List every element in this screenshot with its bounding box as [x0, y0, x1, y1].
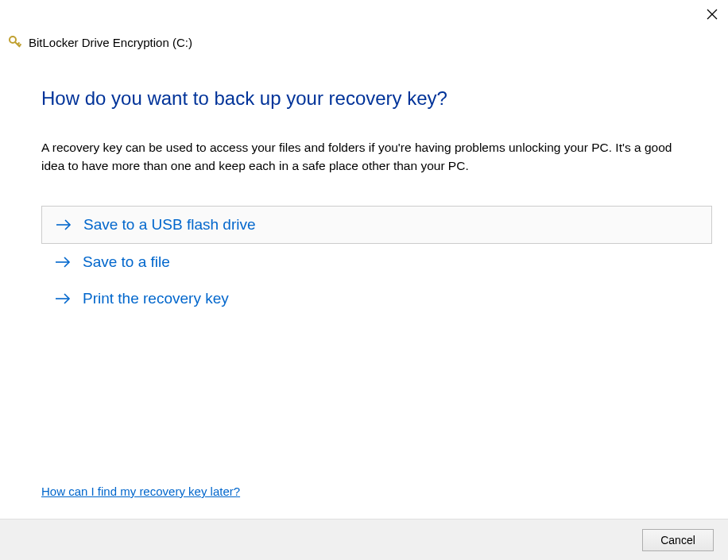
footer-bar: Cancel [0, 519, 728, 560]
arrow-right-icon [54, 253, 72, 271]
arrow-right-icon [54, 290, 72, 307]
close-icon [707, 9, 718, 20]
window-title: BitLocker Drive Encryption (C:) [29, 36, 192, 49]
svg-line-5 [19, 44, 21, 47]
content-area: How do you want to back up your recovery… [41, 87, 712, 317]
cancel-button[interactable]: Cancel [642, 529, 714, 551]
svg-line-4 [17, 43, 20, 45]
close-button[interactable] [703, 5, 722, 24]
option-label: Print the recovery key [83, 290, 229, 307]
page-heading: How do you want to back up your recovery… [41, 87, 712, 110]
option-label: Save to a file [83, 253, 170, 271]
option-save-file[interactable]: Save to a file [41, 244, 712, 280]
bitlocker-key-icon [8, 35, 22, 49]
option-print[interactable]: Print the recovery key [41, 280, 712, 317]
window-header: BitLocker Drive Encryption (C:) [8, 35, 192, 49]
help-link[interactable]: How can I find my recovery key later? [41, 485, 240, 498]
options-list: Save to a USB flash drive Save to a file… [41, 206, 712, 317]
option-save-usb[interactable]: Save to a USB flash drive [41, 206, 712, 244]
option-label: Save to a USB flash drive [83, 216, 256, 234]
page-description: A recovery key can be used to access you… [41, 138, 693, 176]
arrow-right-icon [55, 216, 72, 234]
